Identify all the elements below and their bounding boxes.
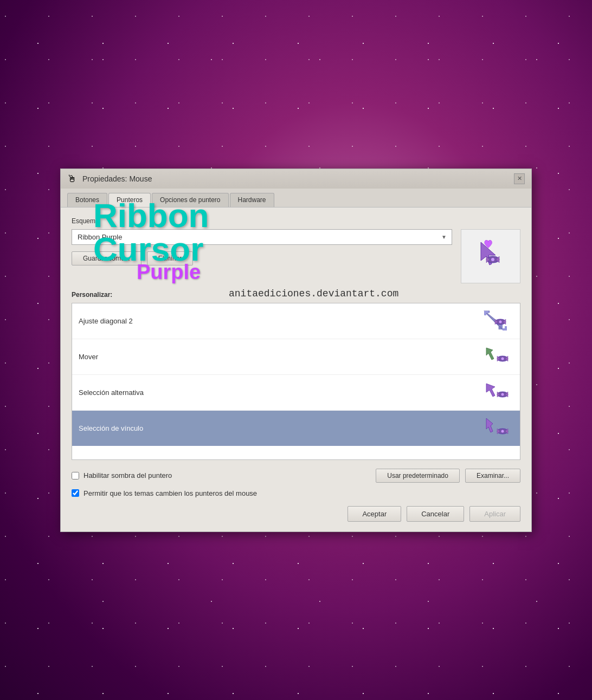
title-bar: 🖱 Propiedades: Mouse ✕ — [61, 169, 531, 189]
shadow-row: Habilitar sombra del puntero Usar predet… — [72, 469, 520, 483]
scheme-left: Ribbon Purple ▼ Guardar como... Eliminar — [72, 229, 452, 283]
mover-cursor-svg — [483, 346, 511, 367]
cursor-item-label: Selección alternativa — [79, 388, 144, 397]
mouse-icon: 🖱 — [67, 173, 78, 184]
cursor-icon-mover — [481, 345, 513, 369]
cancel-button[interactable]: Cancelar — [407, 506, 464, 522]
selalt-cursor-svg — [483, 381, 511, 403]
svg-marker-23 — [486, 418, 493, 432]
cursor-item-selalt[interactable]: Selección alternativa — [72, 375, 520, 411]
svg-point-25 — [501, 430, 504, 433]
tab-content: anitaediciones.deviantart.com Esquema Ri… — [61, 208, 531, 532]
tabs-row: Botones Punteros Opciones de puntero Har… — [61, 189, 531, 208]
shadow-checkbox[interactable] — [72, 472, 79, 479]
scheme-label: Esquema — [72, 217, 520, 225]
apply-button[interactable]: Aplicar — [469, 506, 520, 522]
tab-botones[interactable]: Botones — [67, 193, 107, 207]
scheme-preview — [461, 229, 520, 283]
tab-punteros[interactable]: Punteros — [108, 193, 151, 207]
scheme-dropdown[interactable]: Ribbon Purple — [72, 229, 452, 245]
examine-button[interactable]: Examinar... — [465, 469, 520, 483]
cursor-item-label: Mover — [79, 353, 98, 361]
svg-point-10 — [499, 321, 502, 323]
cursor-item-mover[interactable]: Mover — [72, 339, 520, 375]
save-as-button[interactable]: Guardar como... — [72, 251, 141, 265]
cursor-icon-diagonal — [481, 309, 513, 333]
use-default-button[interactable]: Usar predeterminado — [376, 469, 460, 483]
cursor-icon-selvinculo — [481, 416, 513, 440]
cursor-item-diagonal[interactable]: Ajuste diagonal 2 — [72, 303, 520, 339]
svg-point-20 — [501, 393, 504, 396]
cursor-list[interactable]: Ajuste diagonal 2 — [72, 303, 520, 460]
scheme-buttons: Guardar como... Eliminar — [72, 251, 452, 265]
scheme-dropdown-wrap: Ribbon Purple ▼ — [72, 229, 452, 245]
dialog-window: Ribbon Cursor Purple 🖱 Propiedades: Mous… — [60, 168, 532, 532]
selvinculo-cursor-svg — [483, 417, 511, 439]
cursor-icon-selalt — [481, 380, 513, 405]
svg-marker-18 — [486, 384, 495, 397]
svg-point-2 — [491, 258, 494, 261]
delete-button[interactable]: Eliminar — [147, 251, 193, 265]
preview-cursor-svg — [477, 240, 505, 273]
title-bar-left: 🖱 Propiedades: Mouse — [67, 173, 152, 184]
action-buttons: Usar predeterminado Examinar... — [376, 469, 520, 483]
svg-point-15 — [501, 358, 504, 360]
bottom-buttons: Aceptar Cancelar Aplicar — [72, 506, 520, 522]
cursor-item-label: Ajuste diagonal 2 — [79, 317, 133, 325]
window-title: Propiedades: Mouse — [82, 174, 152, 183]
themes-label: Permitir que los temas cambien los punte… — [83, 489, 257, 497]
cursor-item-selvinculo[interactable]: Selección de vínculo — [72, 411, 520, 446]
tab-hardware[interactable]: Hardware — [230, 193, 274, 207]
themes-checkbox[interactable] — [72, 489, 79, 497]
svg-marker-8 — [503, 326, 507, 330]
accept-button[interactable]: Aceptar — [348, 506, 401, 522]
scheme-row: Ribbon Purple ▼ Guardar como... Eliminar — [72, 229, 520, 283]
tab-opciones[interactable]: Opciones de puntero — [152, 193, 228, 207]
themes-row: Permitir que los temas cambien los punte… — [72, 489, 520, 497]
watermark-url: anitaediciones.deviantart.com — [229, 288, 398, 299]
shadow-label: Habilitar sombra del puntero — [83, 471, 172, 479]
diagonal-cursor-svg — [483, 310, 511, 332]
svg-marker-13 — [486, 348, 494, 360]
cursor-item-label: Selección de vínculo — [79, 424, 143, 432]
close-button[interactable]: ✕ — [514, 173, 525, 184]
